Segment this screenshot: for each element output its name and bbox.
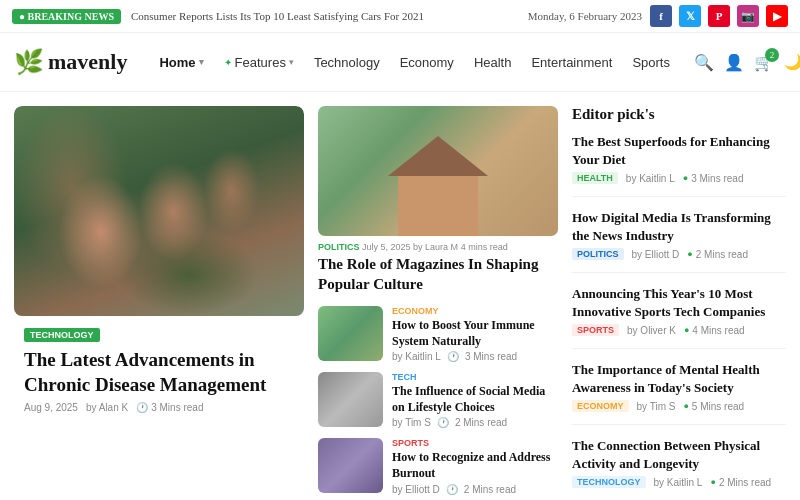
pinterest-icon[interactable]: P <box>708 5 730 27</box>
small-title-3: How to Recognize and Address Burnout <box>392 450 558 481</box>
editor-tag-4: ECONOMY <box>572 400 629 412</box>
youtube-icon[interactable]: ▶ <box>766 5 788 27</box>
facebook-icon[interactable]: f <box>650 5 672 27</box>
small-title-2: The Influence of Social Media on Lifesty… <box>392 384 558 415</box>
small-article-3-image <box>318 438 383 493</box>
small-author-3: by Elliott D <box>392 484 440 495</box>
small-author-1: by Kaitlin L <box>392 351 441 362</box>
featured-author: by Laura M <box>413 242 458 252</box>
small-tag-1: ECONOMY <box>392 306 558 316</box>
search-icon[interactable]: 🔍 <box>694 53 714 72</box>
twitter-icon[interactable]: 𝕏 <box>679 5 701 27</box>
hero-category-tag[interactable]: TECHNOLOGY <box>24 328 100 342</box>
nav-item-entertainment[interactable]: Entertainment <box>521 50 622 75</box>
star-icon: ✦ <box>224 57 232 68</box>
editor-readtime-2: ● 2 Mins read <box>687 249 748 260</box>
breaking-text: Consumer Reports Lists Its Top 10 Least … <box>131 10 424 22</box>
hero-meta: Aug 9, 2025 by Alan K 🕐 3 Mins read <box>24 402 294 413</box>
clock-icon-3: 🕐 <box>446 484 458 495</box>
hero-article[interactable]: TECHNOLOGY The Latest Advancements in Ch… <box>14 106 304 500</box>
user-icon[interactable]: 👤 <box>724 53 744 72</box>
small-meta-1: by Kaitlin L 🕐 3 Mins read <box>392 351 558 362</box>
logo-icon: 🌿 <box>14 48 44 76</box>
featured-image <box>318 106 558 236</box>
logo[interactable]: 🌿 mavenly <box>14 48 127 76</box>
editor-readtime-3: ● 4 Mins read <box>684 325 745 336</box>
nav-item-features[interactable]: ✦ Features ▾ <box>214 50 304 75</box>
nav-item-health[interactable]: Health <box>464 50 522 75</box>
editor-meta-5: TECHNOLOGY by Kaitlin L ● 2 Mins read <box>572 476 786 488</box>
small-article-3-body: SPORTS How to Recognize and Address Burn… <box>392 438 558 494</box>
small-readtime-1: 3 Mins read <box>465 351 517 362</box>
cart-wrap[interactable]: 🛒 2 <box>754 53 774 72</box>
small-article-1-image <box>318 306 383 361</box>
nav-item-sports[interactable]: Sports <box>622 50 680 75</box>
cart-badge: 2 <box>765 48 779 62</box>
small-author-2: by Tim S <box>392 417 431 428</box>
dark-mode-icon[interactable]: 🌙 <box>784 53 800 71</box>
editor-title-5: The Connection Between Physical Activity… <box>572 437 786 472</box>
hero-image <box>14 106 304 316</box>
nav-features-label: Features <box>235 55 286 70</box>
logo-text: mavenly <box>48 49 127 75</box>
editor-tag-3: SPORTS <box>572 324 619 336</box>
editor-item-1[interactable]: The Best Superfoods for Enhancing Your D… <box>572 133 786 197</box>
editor-author-5: by Kaitlin L <box>654 477 703 488</box>
editor-title-4: The Importance of Mental Health Awarenes… <box>572 361 786 396</box>
small-meta-2: by Tim S 🕐 2 Mins read <box>392 417 558 428</box>
house-decoration <box>398 176 478 236</box>
nav-item-economy[interactable]: Economy <box>390 50 464 75</box>
social-icons: f 𝕏 P 📷 ▶ <box>650 5 788 27</box>
small-readtime-2: 2 Mins read <box>455 417 507 428</box>
featured-article[interactable]: POLITICS July 5, 2025 by Laura M 4 mins … <box>318 106 558 294</box>
small-article-3[interactable]: SPORTS How to Recognize and Address Burn… <box>318 438 558 494</box>
main-nav: Home ▾ ✦ Features ▾ Technology Economy H… <box>149 50 680 75</box>
center-column: POLITICS July 5, 2025 by Laura M 4 mins … <box>318 106 558 500</box>
editor-item-3[interactable]: Announcing This Year's 10 Most Innovativ… <box>572 285 786 349</box>
small-tag-2: TECH <box>392 372 558 382</box>
chevron-down-icon-2: ▾ <box>289 57 294 67</box>
editor-readtime-5: ● 2 Mins read <box>710 477 771 488</box>
editor-title-2: How Digital Media Is Transforming the Ne… <box>572 209 786 244</box>
editor-meta-2: POLITICS by Elliott D ● 2 Mins read <box>572 248 786 260</box>
editor-author-3: by Oliver K <box>627 325 676 336</box>
small-article-2-image <box>318 372 383 427</box>
instagram-icon[interactable]: 📷 <box>737 5 759 27</box>
small-meta-3: by Elliott D 🕐 2 Mins read <box>392 484 558 495</box>
editor-title-1: The Best Superfoods for Enhancing Your D… <box>572 133 786 168</box>
editor-picks-header: Editor pick's <box>572 106 786 123</box>
featured-date: July 5, 2025 <box>362 242 411 252</box>
hero-image-overlay <box>14 106 304 316</box>
nav-item-home[interactable]: Home ▾ <box>149 50 213 75</box>
clock-icon-2: 🕐 <box>437 417 449 428</box>
nav-item-technology[interactable]: Technology <box>304 50 390 75</box>
hero-read-time: 🕐 3 Mins read <box>136 402 203 413</box>
breaking-news-bar: ● BREAKING NEWS Consumer Reports Lists I… <box>0 0 800 33</box>
small-article-1-body: ECONOMY How to Boost Your Immune System … <box>392 306 558 362</box>
nav-home-label: Home <box>159 55 195 70</box>
editor-meta-4: ECONOMY by Tim S ● 5 Mins read <box>572 400 786 412</box>
editor-item-4[interactable]: The Importance of Mental Health Awarenes… <box>572 361 786 425</box>
hero-date: Aug 9, 2025 <box>24 402 78 413</box>
editor-meta-3: SPORTS by Oliver K ● 4 Mins read <box>572 324 786 336</box>
small-article-2[interactable]: TECH The Influence of Social Media on Li… <box>318 372 558 428</box>
chevron-down-icon: ▾ <box>199 57 204 67</box>
editor-author-4: by Tim S <box>637 401 676 412</box>
hero-author: by Alan K <box>86 402 128 413</box>
main-content: TECHNOLOGY The Latest Advancements in Ch… <box>0 92 800 500</box>
small-title-1: How to Boost Your Immune System Naturall… <box>392 318 558 349</box>
editor-tag-1: HEALTH <box>572 172 618 184</box>
editor-author-1: by Kaitlin L <box>626 173 675 184</box>
featured-read-time: 4 mins read <box>461 242 508 252</box>
editor-item-5[interactable]: The Connection Between Physical Activity… <box>572 437 786 500</box>
hero-title: The Latest Advancements in Chronic Disea… <box>24 348 294 397</box>
featured-tag: POLITICS July 5, 2025 by Laura M 4 mins … <box>318 242 558 252</box>
small-readtime-3: 2 Mins read <box>464 484 516 495</box>
hero-text: TECHNOLOGY The Latest Advancements in Ch… <box>14 316 304 421</box>
small-article-1[interactable]: ECONOMY How to Boost Your Immune System … <box>318 306 558 362</box>
editor-picks-column: Editor pick's The Best Superfoods for En… <box>572 106 786 500</box>
date-display: Monday, 6 February 2023 <box>528 10 642 22</box>
editor-readtime-4: ● 5 Mins read <box>683 401 744 412</box>
breaking-bar-right: Monday, 6 February 2023 f 𝕏 P 📷 ▶ <box>528 5 788 27</box>
editor-item-2[interactable]: How Digital Media Is Transforming the Ne… <box>572 209 786 273</box>
